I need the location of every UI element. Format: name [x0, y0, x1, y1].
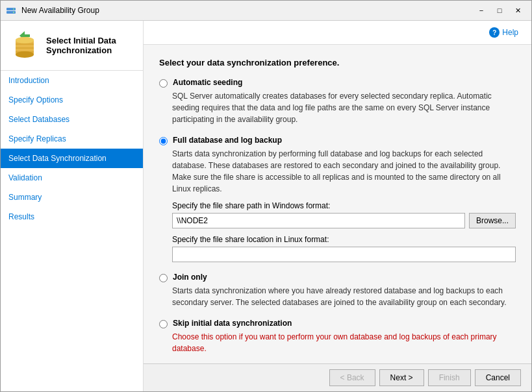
option-full-backup-row: Full database and log backup: [159, 136, 516, 145]
sidebar-item-validation[interactable]: Validation: [1, 168, 143, 188]
app-icon: [6, 5, 16, 16]
option-skip-sync-row: Skip initial data synchronization: [159, 319, 516, 328]
auto-seeding-desc: SQL Server automatically creates databas…: [172, 90, 516, 125]
back-button[interactable]: < Back: [329, 369, 375, 386]
cancel-button[interactable]: Cancel: [475, 369, 521, 386]
full-backup-desc: Starts data synchronization by performin…: [172, 148, 516, 195]
svg-point-2: [13, 8, 14, 10]
windows-path-input[interactable]: [172, 213, 465, 228]
full-backup-label[interactable]: Full database and log backup: [173, 136, 282, 145]
finish-button[interactable]: Finish: [428, 369, 471, 386]
windows-path-label: Specify the file share path in Windows f…: [172, 201, 516, 210]
section-title: Select your data synchronization prefere…: [159, 58, 516, 67]
footer: < Back Next > Finish Cancel: [144, 363, 531, 391]
skip-sync-label[interactable]: Skip initial data synchronization: [173, 319, 292, 328]
option-join-only: Join only Starts data synchronization wh…: [159, 273, 516, 308]
linux-path-group: Specify the file share location in Linux…: [172, 235, 516, 262]
panel-header: Select Initial Data Synchronization: [1, 21, 143, 71]
skip-sync-desc: Choose this option if you want to perfor…: [172, 331, 516, 354]
svg-point-3: [13, 12, 14, 13]
windows-path-input-row: Browse...: [172, 213, 516, 228]
svg-point-6: [16, 51, 34, 58]
content-top-bar: ? Help: [144, 21, 531, 45]
option-full-backup: Full database and log backup Starts data…: [159, 136, 516, 262]
skip-sync-radio[interactable]: [159, 320, 168, 328]
sidebar-item-specify-options[interactable]: Specify Options: [1, 90, 143, 110]
windows-path-group: Specify the file share path in Windows f…: [172, 201, 516, 228]
next-button[interactable]: Next >: [379, 369, 424, 386]
option-skip-sync: Skip initial data synchronization Choose…: [159, 319, 516, 354]
close-button[interactable]: ✕: [509, 5, 526, 16]
sidebar-item-results[interactable]: Results: [1, 207, 143, 227]
window-title: New Availability Group: [21, 6, 468, 15]
title-bar: New Availability Group − □ ✕: [1, 1, 531, 21]
join-only-desc: Starts data synchronization where you ha…: [172, 285, 516, 308]
linux-path-input-row: [172, 247, 516, 262]
window-controls: − □ ✕: [473, 5, 526, 16]
scroll-area: Select your data synchronization prefere…: [144, 45, 531, 363]
main-content: Select Initial Data Synchronization Intr…: [1, 21, 531, 391]
svg-point-7: [16, 37, 34, 43]
db-icon: [11, 30, 38, 61]
sidebar-item-specify-replicas[interactable]: Specify Replicas: [1, 129, 143, 149]
sidebar-item-select-data-sync[interactable]: Select Data Synchronization: [1, 149, 143, 168]
maximize-button[interactable]: □: [491, 5, 508, 16]
sidebar-item-introduction[interactable]: Introduction: [1, 71, 143, 90]
option-auto-seeding-row: Automatic seeding: [159, 78, 516, 88]
linux-path-input[interactable]: [172, 247, 516, 262]
minimize-button[interactable]: −: [473, 5, 490, 16]
sidebar-item-select-databases[interactable]: Select Databases: [1, 110, 143, 129]
sidebar-item-summary[interactable]: Summary: [1, 188, 143, 207]
window: New Availability Group − □ ✕: [0, 0, 532, 392]
option-auto-seeding: Automatic seeding SQL Server automatical…: [159, 78, 516, 125]
sidebar-nav: Introduction Specify Options Select Data…: [1, 71, 143, 391]
auto-seeding-label[interactable]: Automatic seeding: [173, 78, 242, 87]
full-backup-radio[interactable]: [159, 137, 168, 145]
help-link[interactable]: ? Help: [489, 27, 518, 38]
panel-title: Select Initial Data Synchronization: [46, 36, 133, 55]
linux-path-label: Specify the file share location in Linux…: [172, 235, 516, 244]
join-only-label[interactable]: Join only: [173, 273, 207, 282]
help-icon: ?: [489, 27, 500, 38]
content-area: ? Help Select your data synchronization …: [144, 21, 531, 391]
browse-button[interactable]: Browse...: [469, 213, 516, 228]
auto-seeding-radio[interactable]: [159, 79, 168, 88]
option-join-only-row: Join only: [159, 273, 516, 282]
left-panel: Select Initial Data Synchronization Intr…: [1, 21, 144, 391]
join-only-radio[interactable]: [159, 274, 168, 282]
